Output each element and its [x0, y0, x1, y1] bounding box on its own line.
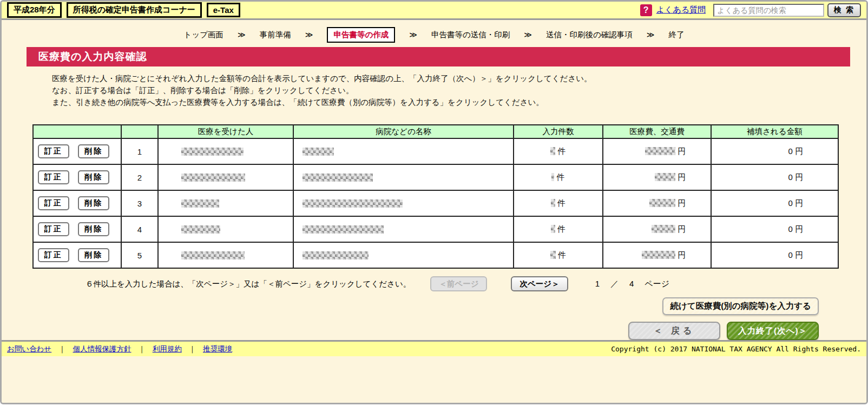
medical-table-body: 訂正削除1 件 円0 円訂正削除2 件 円0 円訂正削除3 件 円0 円訂正削除… [33, 138, 838, 268]
copyright-text: Copyright (c) 2017 NATIONAL TAX AGENCY A… [611, 345, 861, 353]
amount-redacted [649, 199, 675, 207]
next-page-button[interactable]: 次ページ＞ [511, 276, 568, 291]
entry-count-unit: 件 [558, 147, 566, 156]
breadcrumb-confirmation[interactable]: 送信・印刷後の確認事項 [546, 30, 633, 40]
amount-unit: 円 [678, 198, 686, 208]
row-actions-cell: 訂正削除 [33, 190, 121, 216]
row-actions-cell: 訂正削除 [33, 164, 121, 190]
row-number: 1 [121, 138, 158, 164]
page: 平成28年分 所得税の確定申告書作成コーナー e-Tax ? よくある質問 検 … [0, 0, 868, 404]
row-number: 5 [121, 242, 158, 268]
header-entry-count: 入力件数 [514, 125, 603, 138]
search-button[interactable]: 検 索 [827, 3, 861, 17]
row-number: 2 [121, 164, 158, 190]
edit-row-button[interactable]: 訂正 [38, 144, 69, 158]
breadcrumb-send-print[interactable]: 申告書等の送信・印刷 [431, 30, 510, 40]
delete-row-button[interactable]: 削除 [78, 222, 109, 236]
hospital-name-redacted [303, 225, 384, 234]
hospital-name-redacted [303, 199, 403, 208]
breadcrumb-top[interactable]: トップ画面 [184, 30, 224, 40]
recommended-environment-link[interactable]: 推奨環境 [203, 344, 232, 354]
header-reimbursed-amount: 補填される金額 [711, 125, 838, 138]
site-title: 所得税の確定申告書作成コーナー [67, 2, 202, 18]
finish-next-button[interactable]: 入力終了(次へ)＞ [727, 322, 819, 340]
refund-amount: 0 円 [711, 242, 838, 268]
contact-link[interactable]: お問い合わせ [7, 344, 51, 354]
row-actions-cell: 訂正削除 [33, 138, 121, 164]
breadcrumb-separator: ≫ [647, 30, 655, 39]
hospital-name-redacted [303, 174, 373, 182]
header-row-number [121, 125, 158, 138]
amount-unit: 円 [678, 224, 686, 234]
header-medical-transport-cost: 医療費、交通費 [603, 125, 711, 138]
bottom-spacer [2, 356, 866, 404]
patient-name-redacted [181, 174, 245, 182]
entry-count-redacted [551, 225, 555, 233]
hospital-name-redacted [303, 251, 369, 259]
edit-row-button[interactable]: 訂正 [38, 222, 69, 236]
help-question-icon[interactable]: ? [640, 4, 652, 16]
breadcrumb-separator: ≫ [305, 30, 313, 39]
page-title: 医療費の入力内容確認 [27, 47, 850, 66]
pagination-note: ６件以上を入力した場合は、「次ページ＞」又は「＜前ページ」をクリックしてください… [86, 279, 411, 289]
breadcrumb-separator: ≫ [409, 30, 417, 39]
breadcrumb-finish[interactable]: 終了 [668, 30, 684, 40]
continue-input-button[interactable]: 続けて医療費(別の病院等)を入力する [662, 297, 819, 315]
instruction-line: 医療を受けた人・病院ごとにそれぞれ入力した金額等の合計を表示していますので、内容… [52, 72, 866, 84]
amount-redacted [642, 251, 675, 259]
amount-unit: 円 [678, 250, 686, 259]
total-pages: 4 [629, 279, 634, 289]
edit-row-button[interactable]: 訂正 [38, 196, 69, 210]
amount-redacted [652, 225, 675, 233]
patient-name-redacted [181, 251, 245, 259]
row-number: 3 [121, 190, 158, 216]
prev-page-button: ＜前ページ [430, 276, 487, 291]
edit-row-button[interactable]: 訂正 [38, 248, 69, 262]
breadcrumb-separator: ≫ [238, 30, 246, 39]
patient-name-redacted [181, 225, 220, 234]
delete-row-button[interactable]: 削除 [78, 144, 109, 158]
breadcrumb-preparation[interactable]: 事前準備 [260, 30, 291, 40]
amount-unit: 円 [678, 147, 686, 156]
page-separator: ／ [610, 279, 619, 289]
faq-search-input[interactable] [713, 4, 824, 17]
patient-name-redacted [181, 199, 219, 208]
instructions: 医療を受けた人・病院ごとにそれぞれ入力した金額等の合計を表示していますので、内容… [52, 72, 866, 108]
row-actions-cell: 訂正削除 [33, 242, 121, 268]
refund-amount: 0 円 [711, 138, 838, 164]
delete-row-button[interactable]: 削除 [78, 170, 109, 184]
back-button[interactable]: ＜ 戻る [628, 322, 720, 340]
terms-link[interactable]: 利用規約 [153, 344, 182, 354]
footer: お問い合わせ ｜ 個人情報保護方針 ｜ 利用規約 ｜ 推奨環境 Copyrigh… [2, 340, 866, 356]
instruction-line: また、引き続き他の病院等へ支払った医療費等を入力する場合は、「続けて医療費（別の… [52, 96, 866, 108]
delete-row-button[interactable]: 削除 [78, 248, 109, 262]
amount-redacted [645, 147, 675, 155]
table-row: 訂正削除4 件 円0 円 [33, 216, 838, 242]
footer-separator: ｜ [189, 344, 196, 354]
top-bar: 平成28年分 所得税の確定申告書作成コーナー e-Tax ? よくある質問 検 … [2, 2, 866, 20]
table-header-row: 医療を受けた人 病院などの名称 入力件数 医療費、交通費 補填される金額 [33, 125, 838, 138]
page-unit: ページ [645, 279, 669, 289]
etax-badge: e-Tax [207, 3, 240, 17]
entry-count-redacted [551, 199, 555, 207]
edit-row-button[interactable]: 訂正 [38, 170, 69, 184]
nav-buttons: ＜ 戻る 入力終了(次へ)＞ [2, 322, 819, 340]
refund-amount: 0 円 [711, 216, 838, 242]
year-badge: 平成28年分 [7, 2, 62, 18]
continue-row: 続けて医療費(別の病院等)を入力する [2, 297, 819, 315]
header-patient: 医療を受けた人 [158, 125, 293, 138]
header-actions [33, 125, 121, 138]
delete-row-button[interactable]: 削除 [78, 196, 109, 210]
amount-unit: 円 [678, 172, 686, 182]
privacy-policy-link[interactable]: 個人情報保護方針 [73, 344, 131, 354]
row-number: 4 [121, 216, 158, 242]
pagination: ６件以上を入力した場合は、「次ページ＞」又は「＜前ページ」をクリックしてください… [86, 276, 866, 291]
refund-amount: 0 円 [711, 190, 838, 216]
hospital-name-redacted [303, 148, 334, 156]
entry-count-redacted [550, 147, 555, 155]
medical-expenses-table: 医療を受けた人 病院などの名称 入力件数 医療費、交通費 補填される金額 訂正削… [32, 124, 839, 269]
faq-link[interactable]: よくある質問 [656, 5, 706, 15]
breadcrumb-separator: ≫ [524, 30, 532, 39]
header-hospital: 病院などの名称 [293, 125, 514, 138]
table-row: 訂正削除3 件 円0 円 [33, 190, 838, 216]
